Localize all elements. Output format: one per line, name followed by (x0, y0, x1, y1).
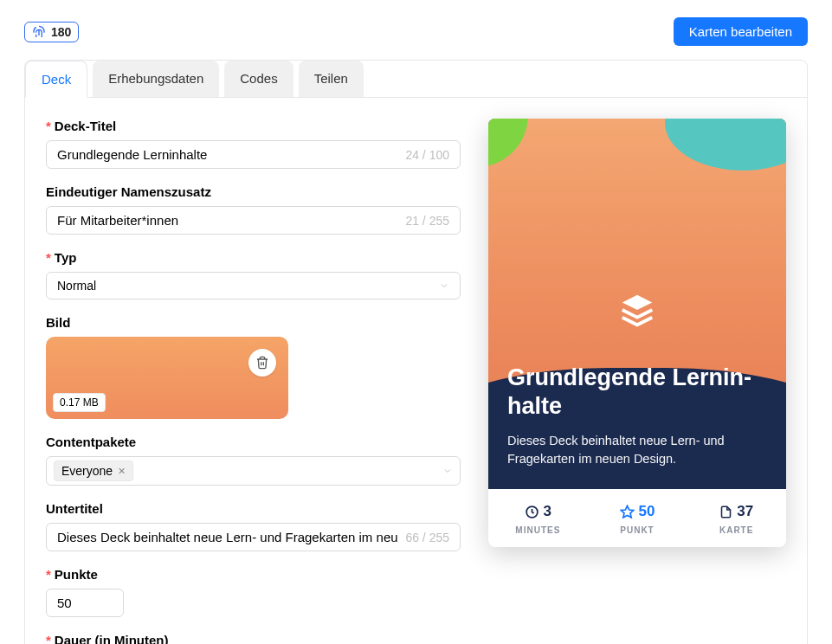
stat-points-label: PUNKT (588, 525, 687, 535)
type-select[interactable]: Normal (46, 272, 461, 299)
file-icon (719, 505, 732, 519)
deck-title-counter: 24 / 100 (405, 148, 449, 162)
image-label: Bild (46, 315, 461, 330)
deck-id-value: 180 (51, 25, 71, 39)
image-size: 0.17 MB (53, 393, 106, 412)
delete-image-button[interactable] (248, 349, 276, 377)
chevron-down-icon (439, 280, 449, 291)
stat-minutes-label: MINUTES (488, 525, 588, 535)
type-label: *Typ (46, 250, 461, 265)
tab-deck[interactable]: Deck (25, 61, 87, 98)
svg-marker-1 (621, 506, 633, 517)
layers-icon (488, 292, 786, 332)
contentpack-tag: Everyone ✕ (54, 460, 133, 481)
stat-minutes-value: 3 (544, 503, 551, 520)
deck-id-badge: 180 (24, 22, 79, 42)
type-value: Normal (57, 279, 96, 293)
unique-suffix-label: Eindeutiger Namenszusatz (46, 184, 461, 199)
tab-erhebungsdaten[interactable]: Erhebungsdaten (93, 61, 219, 97)
fingerprint-icon (32, 25, 46, 39)
points-input[interactable] (57, 596, 113, 610)
contentpacks-select[interactable]: Everyone ✕ (46, 456, 461, 486)
chevron-down-icon (442, 466, 453, 476)
stat-cards-label: KARTE (687, 525, 786, 535)
clock-icon (525, 505, 539, 519)
stat-cards-value: 37 (737, 503, 753, 520)
deck-preview-card: Grundlegende Lernin­halte Dieses Deck be… (488, 119, 786, 547)
subtitle-counter: 66 / 255 (405, 531, 449, 544)
duration-label: *Dauer (in Minuten) (46, 633, 461, 644)
preview-subtitle: Dieses Deck beinhaltet neue Lern- und Fr… (507, 432, 767, 468)
remove-tag-button[interactable]: ✕ (118, 466, 126, 477)
stat-points-value: 50 (639, 503, 655, 520)
preview-title: Grundlegende Lernin­halte (507, 364, 767, 420)
image-thumbnail[interactable]: 0.17 MB (46, 337, 288, 419)
tab-teilen[interactable]: Teilen (299, 61, 364, 97)
edit-cards-button[interactable]: Karten bearbeiten (674, 17, 808, 46)
tab-codes[interactable]: Codes (224, 61, 293, 97)
contentpacks-label: Contentpakete (46, 435, 461, 449)
unique-suffix-input[interactable] (57, 213, 398, 228)
tab-bar: Deck Erhebungsdaten Codes Teilen (25, 61, 807, 98)
subtitle-label: Untertitel (46, 501, 461, 516)
star-icon (620, 505, 635, 519)
subtitle-input[interactable] (57, 530, 398, 544)
deck-title-input[interactable] (57, 147, 398, 162)
points-label: *Punkte (46, 567, 461, 582)
unique-suffix-counter: 21 / 255 (405, 214, 449, 228)
trash-icon (255, 356, 269, 370)
deck-title-label: *Deck-Titel (46, 119, 461, 133)
